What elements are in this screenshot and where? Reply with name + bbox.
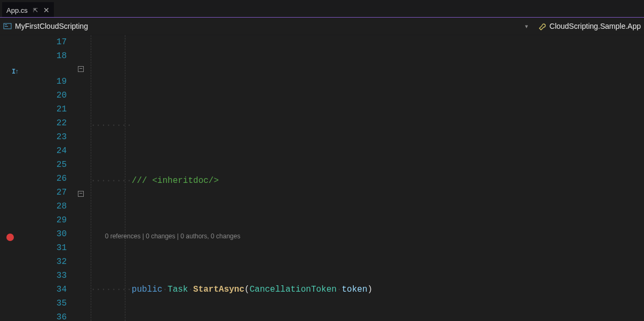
line-number: 21	[25, 102, 67, 116]
codelens-gutter-spacer	[25, 63, 67, 75]
code-line: ········public·Task·StartAsync(Cancellat…	[88, 283, 644, 296]
line-number: 32	[25, 255, 67, 269]
code-line: ········	[88, 118, 644, 132]
line-number: 27	[25, 186, 67, 199]
line-number: 34	[25, 283, 67, 296]
line-number: 25	[25, 158, 67, 172]
code-line: ········/// <inheritdoc/>	[88, 174, 644, 188]
document-tab[interactable]: App.cs ⇱ ✕	[2, 2, 54, 17]
nav-left[interactable]: MyFirstCloudScripting ▾	[3, 22, 534, 30]
namespace-icon	[3, 22, 12, 30]
fold-toggle-icon[interactable]: −	[78, 66, 84, 72]
code-area[interactable]: ········ ········/// <inheritdoc/> ·····…	[88, 35, 644, 321]
code-nav-bar: MyFirstCloudScripting ▾ CloudScripting.S…	[0, 17, 644, 35]
line-number: 19	[25, 75, 67, 89]
change-indicator-icon: I↑	[12, 65, 18, 79]
line-number: 28	[25, 199, 67, 213]
pin-icon[interactable]: ⇱	[33, 7, 38, 14]
line-number: 26	[25, 172, 67, 186]
line-number: 17	[25, 35, 67, 49]
line-number: 18	[25, 49, 67, 63]
line-number: 35	[25, 296, 67, 310]
line-number: 24	[25, 144, 67, 158]
class-icon	[538, 22, 546, 30]
class-label: CloudScripting.Sample.App	[550, 22, 641, 30]
namespace-label: MyFirstCloudScripting	[15, 22, 88, 30]
breakpoint-icon[interactable]	[6, 234, 14, 241]
line-number: 20	[25, 89, 67, 102]
svg-rect-1	[5, 25, 7, 25]
code-editor[interactable]: I↑ 17 18 19 20 21 22 23 24 25 26 27 28 2…	[0, 35, 644, 321]
line-number: 36	[25, 310, 67, 321]
line-number: 29	[25, 213, 67, 227]
tab-title: App.cs	[6, 6, 28, 14]
chevron-down-icon[interactable]: ▾	[525, 23, 528, 30]
close-icon[interactable]: ✕	[43, 6, 50, 14]
line-number: 30	[25, 227, 67, 241]
line-number-gutter[interactable]: 17 18 19 20 21 22 23 24 25 26 27 28 29 3…	[25, 35, 77, 321]
line-number: 22	[25, 116, 67, 130]
glyph-margin[interactable]: I↑	[0, 35, 25, 321]
fold-column[interactable]: − −	[77, 35, 88, 321]
line-number: 31	[25, 241, 67, 255]
line-number: 23	[25, 130, 67, 144]
nav-right[interactable]: CloudScripting.Sample.App	[538, 22, 641, 30]
fold-toggle-icon[interactable]: −	[78, 191, 84, 197]
line-number: 33	[25, 269, 67, 283]
tab-strip: App.cs ⇱ ✕	[0, 0, 644, 17]
codelens-row[interactable]: ········0 references | 0 changes | 0 aut…	[88, 229, 644, 241]
svg-rect-2	[5, 26, 8, 27]
